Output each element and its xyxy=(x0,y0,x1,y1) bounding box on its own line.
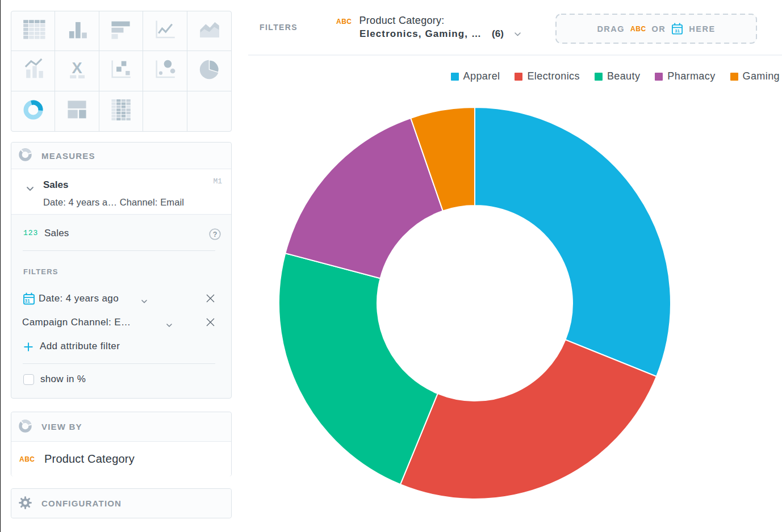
chart-type-column[interactable] xyxy=(55,11,99,51)
treemap-chart-icon xyxy=(64,97,90,125)
filter-bar-label: FILTERS xyxy=(260,23,298,32)
column-chart-icon xyxy=(64,16,90,45)
legend-label-pharmacy: Pharmacy xyxy=(667,70,715,82)
legend-label-electronics: Electronics xyxy=(527,70,579,82)
divider xyxy=(23,250,215,251)
measures-panel: MEASURES Sales M1 Date: 4 years a… Chann… xyxy=(11,142,232,399)
line-chart-icon xyxy=(152,16,178,45)
chart-type-bubble[interactable] xyxy=(143,51,187,91)
chart-type-bar[interactable] xyxy=(99,11,143,51)
legend-label-beauty: Beauty xyxy=(607,70,640,82)
metric-label: Sales xyxy=(44,228,69,239)
legend-swatch-gaming xyxy=(730,73,738,81)
measures-header-label: MEASURES xyxy=(41,151,95,161)
product-category-filter-chip[interactable]: ABC Product Category: Electronics, Gamin… xyxy=(336,15,521,40)
chart-type-pie[interactable] xyxy=(187,51,231,91)
donut-chart xyxy=(276,104,674,502)
show-in-percent-row[interactable]: show in % xyxy=(11,368,231,394)
measure-item-sales[interactable]: Sales M1 Date: 4 years a… Channel: Email xyxy=(11,169,231,215)
attribute-filter-label: Campaign Channel: E… xyxy=(22,317,131,328)
plus-icon xyxy=(23,342,34,354)
date-filter-row[interactable]: 31 Date: 4 years ago xyxy=(11,287,231,311)
donut-slice-beauty[interactable] xyxy=(279,253,438,484)
help-icon[interactable]: ? xyxy=(209,228,221,242)
dropzone-drag-label: DRAG xyxy=(597,24,625,33)
chart-legend: ApparelElectronicsBeautyPharmacyGaming xyxy=(451,70,780,82)
legend-item-beauty[interactable]: Beauty xyxy=(595,70,640,82)
configuration-header-label: CONFIGURATION xyxy=(41,499,122,508)
donut-bucket-icon xyxy=(18,419,32,435)
chart-type-heatmap[interactable] xyxy=(99,91,143,131)
legend-label-gaming: Gaming xyxy=(743,70,780,82)
chart-type-donut[interactable] xyxy=(11,91,55,131)
date-filter-label: Date: 4 years ago xyxy=(39,293,119,304)
headline-chart-icon: X xyxy=(64,56,90,85)
heatmap-chart-icon xyxy=(107,97,134,125)
svg-text:31: 31 xyxy=(24,298,30,304)
window-left-edge xyxy=(0,0,1,532)
legend-swatch-apparel xyxy=(451,73,459,81)
attribute-type-badge: ABC xyxy=(630,25,646,33)
combo-chart-icon xyxy=(20,56,47,85)
chevron-down-icon[interactable] xyxy=(26,183,34,194)
legend-label-apparel: Apparel xyxy=(463,70,500,82)
chart-type-empty-cell xyxy=(143,91,187,131)
legend-item-apparel[interactable]: Apparel xyxy=(451,70,500,82)
view-by-item[interactable]: ABC Product Category xyxy=(11,442,231,476)
configuration-panel: CONFIGURATION xyxy=(11,488,232,518)
filters-section-label: FILTERS xyxy=(23,267,58,276)
measure-tag: M1 xyxy=(213,177,222,186)
measure-title: Sales xyxy=(43,179,68,191)
measures-header[interactable]: MEASURES xyxy=(11,143,231,169)
legend-item-electronics[interactable]: Electronics xyxy=(515,70,579,82)
dropzone-or-label: OR xyxy=(652,24,666,33)
view-by-panel: VIEW BY ABC Product Category xyxy=(11,412,232,476)
chevron-down-icon xyxy=(166,320,173,330)
attribute-type-badge: ABC xyxy=(19,455,35,463)
attribute-filter-row[interactable]: Campaign Channel: E… xyxy=(11,311,231,335)
chart-type-grid: X xyxy=(11,11,232,132)
gear-icon xyxy=(18,496,32,512)
top-bar-divider xyxy=(248,55,782,56)
table-chart-icon xyxy=(20,16,47,45)
chart-type-area[interactable] xyxy=(187,11,231,51)
add-attribute-filter-button[interactable]: Add attribute filter xyxy=(11,335,231,359)
legend-item-gaming[interactable]: Gaming xyxy=(730,70,780,82)
chart-type-headline[interactable]: X xyxy=(55,51,99,91)
chart-type-scatter[interactable] xyxy=(99,51,143,91)
numeric-type-badge: 123 xyxy=(23,229,38,237)
show-in-percent-checkbox[interactable] xyxy=(23,374,34,385)
divider xyxy=(23,363,215,364)
pie-chart-icon xyxy=(196,56,223,85)
bubble-chart-icon xyxy=(152,56,178,85)
donut-slice-electronics[interactable] xyxy=(400,340,656,499)
bar-chart-icon xyxy=(107,16,134,45)
svg-text:X: X xyxy=(72,59,82,77)
chart-type-empty-cell xyxy=(187,91,231,131)
filter-chip-values: Electronics, Gaming, … xyxy=(359,28,482,40)
chart-type-line[interactable] xyxy=(143,11,187,51)
chevron-down-icon xyxy=(141,296,148,306)
dropzone-here-label: HERE xyxy=(689,24,715,33)
configuration-header[interactable]: CONFIGURATION xyxy=(11,489,231,518)
filter-chip-count: (6) xyxy=(492,28,504,40)
remove-date-filter-icon[interactable] xyxy=(206,294,215,305)
chart-type-combo[interactable] xyxy=(11,51,55,91)
donut-slice-apparel[interactable] xyxy=(475,107,671,376)
metric-row[interactable]: 123 Sales ? xyxy=(11,215,231,250)
show-in-percent-label: show in % xyxy=(40,374,86,385)
filter-chip-title: Product Category: xyxy=(359,15,445,27)
donut-chart-icon xyxy=(20,97,47,125)
scatter-chart-icon xyxy=(107,56,134,85)
legend-swatch-pharmacy xyxy=(655,73,663,81)
legend-swatch-beauty xyxy=(595,73,603,81)
legend-item-pharmacy[interactable]: Pharmacy xyxy=(655,70,715,82)
filter-dropzone[interactable]: DRAG ABC OR 31 HERE xyxy=(555,14,757,44)
remove-attribute-filter-icon[interactable] xyxy=(206,317,215,329)
area-chart-icon xyxy=(196,16,223,45)
chart-type-treemap[interactable] xyxy=(55,91,99,131)
measure-subtitle: Date: 4 years a… Channel: Email xyxy=(43,197,184,208)
chart-type-table[interactable] xyxy=(11,11,55,51)
view-by-header[interactable]: VIEW BY xyxy=(11,412,231,442)
view-by-header-label: VIEW BY xyxy=(41,422,82,432)
